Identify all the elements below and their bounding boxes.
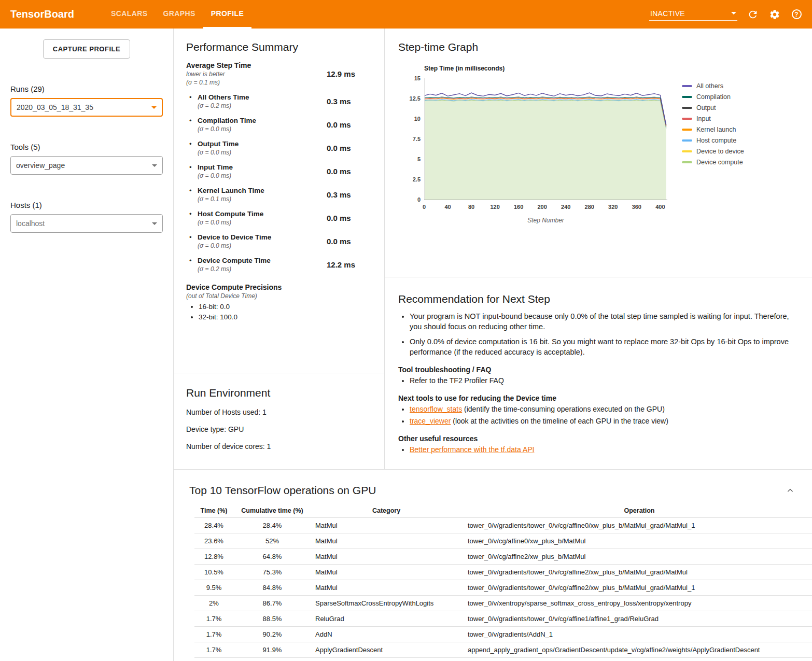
- performance-summary-panel: Performance Summary Average Step Time lo…: [174, 29, 384, 373]
- recommendation-bullet: Only 0.0% of device computation is 16 bi…: [410, 337, 791, 357]
- cumulative-cell: 52%: [233, 533, 311, 549]
- legend-swatch: [682, 150, 692, 152]
- metric-value: 12.2 ms: [327, 260, 355, 269]
- perf-summary-item: •Device Compute Time(σ = 0.2 ms)12.2 ms: [186, 257, 374, 273]
- bullet-icon: •: [189, 140, 198, 156]
- collapse-button[interactable]: [784, 484, 796, 497]
- refresh-button[interactable]: [747, 8, 759, 21]
- precision-item: 32-bit: 100.0: [199, 313, 374, 321]
- table-row: 1.7%90.2%AddNtower_0/v/gradients/AddN_1: [194, 627, 812, 642]
- perf-summary-item: •Kernel Launch Time(σ = 0.1 ms)0.3 ms: [186, 187, 374, 203]
- metric-sigma: (σ = 0.1 ms): [198, 195, 327, 203]
- recommendation-bullet: Your program is NOT input-bound because …: [410, 312, 791, 332]
- table-row: 2%86.7%SparseSoftmaxCrossEntropyWithLogi…: [194, 596, 812, 611]
- performance-summary-items: •All Others Time(σ = 0.2 ms)0.3 ms•Compi…: [186, 93, 374, 273]
- tool-link[interactable]: trace_viewer: [410, 417, 451, 425]
- legend-swatch: [682, 161, 692, 163]
- column-header: Operation: [461, 504, 812, 518]
- chevron-down-icon: [152, 222, 157, 225]
- column-header: Cumulative time (%): [233, 504, 311, 518]
- operation-cell: tower_0/v/gradients/tower_0/v/cg/affine0…: [461, 518, 812, 533]
- settings-button[interactable]: [768, 8, 781, 21]
- tool-link[interactable]: tensorflow_stats: [410, 405, 462, 413]
- bullet-icon: •: [189, 187, 198, 203]
- table-row: 9.5%84.8%MatMultower_0/v/gradients/tower…: [194, 580, 812, 596]
- env-line: Number of device cores: 1: [186, 442, 374, 451]
- status-select-value: INACTIVE: [650, 9, 685, 18]
- status-select[interactable]: INACTIVE: [649, 8, 737, 21]
- table-row: 23.6%52%MatMultower_0/v/cg/affine0/xw_pl…: [194, 533, 812, 549]
- runs-select-value: 2020_03_05_18_31_35: [17, 103, 93, 111]
- tab-graphs[interactable]: GRAPHS: [155, 0, 203, 29]
- metric-sigma: (σ = 0.0 ms): [198, 219, 327, 226]
- bullet-icon: •: [189, 117, 198, 133]
- help-button[interactable]: ?: [790, 8, 803, 21]
- tab-scalars[interactable]: SCALARS: [103, 0, 155, 29]
- chevron-down-icon: [731, 12, 736, 15]
- right-column: Step-time Graph Step Time (in millisecon…: [385, 29, 812, 469]
- category-cell: MatMul: [311, 565, 461, 580]
- tab-profile[interactable]: PROFILE: [203, 0, 251, 29]
- table-row: 10.5%75.3%MatMultower_0/v/gradients/towe…: [194, 565, 812, 580]
- runs-label: Runs (29): [10, 85, 163, 93]
- time-cell: 10.5%: [194, 565, 233, 580]
- tools-select-value: overview_page: [16, 161, 65, 170]
- resources-heading: Other useful resources: [398, 434, 791, 443]
- metric-value: 0.0 ms: [327, 167, 351, 176]
- legend-swatch: [682, 139, 692, 142]
- tool-item: trace_viewer (look at the activities on …: [410, 416, 791, 426]
- perf-summary-item: •Host Compute Time(σ = 0.0 ms)0.0 ms: [186, 210, 374, 226]
- y-tick-label: 15: [414, 75, 421, 81]
- time-cell: 1.7%: [194, 627, 233, 642]
- step-time-graph-panel: Step-time Graph Step Time (in millisecon…: [385, 29, 812, 277]
- perf-summary-item: •Compilation Time(σ = 0.0 ms)0.0 ms: [186, 117, 374, 133]
- sidebar: CAPTURE PROFILE Runs (29) 2020_03_05_18_…: [0, 29, 174, 661]
- capture-profile-button[interactable]: CAPTURE PROFILE: [43, 39, 130, 59]
- metric-label: Output Time: [198, 140, 327, 148]
- bullet-icon: •: [189, 210, 198, 226]
- legend-label: Device compute: [696, 159, 743, 166]
- main-area: CAPTURE PROFILE Runs (29) 2020_03_05_18_…: [0, 29, 812, 661]
- runs-select[interactable]: 2020_03_05_18_31_35: [10, 98, 163, 117]
- category-cell: ApplyGradientDescent: [311, 642, 461, 658]
- average-step-time-sigma: (σ = 0.1 ms): [186, 79, 327, 86]
- operation-cell: tower_0/v/gradients/tower_0/v/cg/affine1…: [461, 611, 812, 627]
- x-tick-label: 280: [585, 204, 594, 210]
- run-environment-title: Run Environment: [186, 387, 374, 399]
- time-cell: 12.8%: [194, 549, 233, 565]
- average-step-time-value: 12.9 ms: [327, 69, 355, 78]
- bullet-icon: •: [189, 233, 198, 249]
- legend-swatch: [682, 129, 692, 131]
- top-ops-panel: Top 10 TensorFlow operations on GPU Time…: [174, 469, 812, 661]
- chevron-down-icon: [152, 164, 157, 167]
- chart-legend-item: Host compute: [682, 135, 744, 146]
- chart-legend: All othersCompilationOutputInputKernel l…: [682, 80, 744, 228]
- operation-cell: tower_0/v/cg/affine2/xw_plus_b/MatMul: [461, 549, 812, 565]
- hosts-select[interactable]: localhost: [10, 214, 163, 233]
- metric-value: 0.0 ms: [327, 120, 351, 129]
- metric-label: Compilation Time: [198, 117, 327, 124]
- recommendation-panel: Recommendation for Next Step Your progra…: [385, 277, 812, 469]
- cumulative-cell: 88.5%: [233, 611, 311, 627]
- left-column: Performance Summary Average Step Time lo…: [174, 29, 385, 469]
- chart-legend-item: Input: [682, 113, 744, 124]
- x-tick-label: 320: [608, 204, 618, 210]
- tools-select[interactable]: overview_page: [10, 156, 163, 175]
- cumulative-cell: 64.8%: [233, 549, 311, 565]
- top-ops-title: Top 10 TensorFlow operations on GPU: [189, 484, 376, 497]
- perf-summary-item: •Device to Device Time(σ = 0.0 ms)0.0 ms: [186, 233, 374, 249]
- app-title: TensorBoard: [10, 0, 74, 29]
- env-line: Number of Hosts used: 1: [186, 408, 374, 416]
- tfdata-link[interactable]: Better performance with the tf.data API: [410, 445, 534, 454]
- run-environment-panel: Run Environment Number of Hosts used: 1D…: [174, 373, 384, 469]
- column-header: Time (%): [194, 504, 233, 518]
- category-cell: MatMul: [311, 549, 461, 565]
- device-compute-precisions: Device Compute Precisions (out of Total …: [186, 283, 374, 321]
- metric-sigma: (σ = 0.0 ms): [198, 172, 327, 179]
- header-actions: INACTIVE ?: [649, 0, 812, 29]
- perf-summary-item: •Output Time(σ = 0.0 ms)0.0 ms: [186, 140, 374, 156]
- content: Performance Summary Average Step Time lo…: [174, 29, 812, 661]
- cumulative-cell: 84.8%: [233, 580, 311, 596]
- metric-label: Input Time: [198, 163, 327, 171]
- metric-value: 0.0 ms: [327, 144, 351, 152]
